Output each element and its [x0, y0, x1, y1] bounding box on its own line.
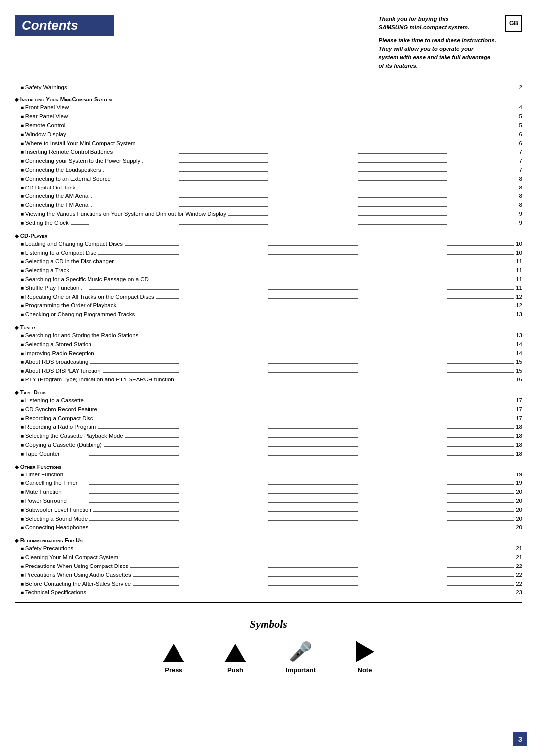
page-title: Contents [15, 15, 114, 36]
toc-dots [103, 171, 517, 172]
toc-page: 8 [519, 201, 522, 210]
toc-page: 6 [519, 139, 522, 148]
toc-page: 22 [516, 571, 522, 580]
toc-item-label: Window Display [21, 130, 66, 139]
toc-dots [228, 215, 517, 216]
toc-item-label: CD Digital Out Jack [21, 184, 75, 192]
toc-item-label: Power Surround [21, 497, 67, 506]
toc-dots [133, 585, 514, 586]
note-arrow-icon [356, 641, 374, 662]
toc-item-label: Remote Control [21, 121, 65, 130]
toc-item: Where to Install Your Mini-Compact Syste… [15, 139, 522, 148]
toc-item: Precautions When Using Audio Cassettes22 [15, 571, 522, 580]
toc-item: Connecting Headphones20 [15, 523, 522, 532]
toc-page: 18 [516, 441, 522, 450]
toc-dots [62, 455, 514, 456]
toc-item: Listening to a Compact Disc10 [15, 249, 522, 258]
push-arrow-icon [224, 644, 246, 662]
toc-dots [133, 576, 514, 577]
toc-dots [71, 224, 517, 225]
toc-item-label: About RDS broadcasting [21, 358, 88, 367]
toc-page: 13 [516, 310, 522, 319]
toc-item: Checking or Changing Programmed Tracks13 [15, 310, 522, 319]
press-arrow-icon [163, 644, 184, 662]
toc-dots [65, 476, 514, 476]
toc-item-label: Searching for a Specific Music Passage o… [21, 275, 149, 284]
toc-page: 6 [519, 130, 522, 139]
toc-item: Front Panel View4 [15, 103, 522, 112]
toc-item: Selecting a Sound Mode20 [15, 515, 522, 524]
important-label: Important [286, 666, 316, 674]
toc-item-label: Setting the Clock [21, 219, 69, 228]
toc-category: Tape Deck [15, 389, 522, 395]
toc-item: Recording a Compact Disc17 [15, 414, 522, 423]
toc-item-label: Selecting a CD in the Disc changer [21, 257, 114, 266]
toc-dots [140, 337, 514, 337]
toc-category: Other Functions [15, 464, 522, 470]
toc-page: 14 [516, 340, 522, 349]
toc-item-label: Listening to a Cassette [21, 396, 84, 405]
toc-dots [69, 502, 514, 503]
toc-category: Tuner [15, 324, 522, 330]
toc-item-label: Connecting your System to the Power Supp… [21, 157, 140, 166]
toc-item-label: Repeating One or All Tracks on the Compa… [21, 293, 154, 302]
thank-you-content: Thank you for buying this SAMSUNG mini-c… [379, 16, 470, 30]
toc-page: 5 [519, 121, 522, 130]
header-divider [15, 80, 522, 80]
toc-dots [138, 145, 517, 145]
toc-page: 10 [516, 240, 522, 249]
toc-dots [151, 281, 514, 281]
toc-dots [88, 594, 514, 594]
toc-page: 13 [516, 331, 522, 340]
toc-item: PTY (Program Type) indication and PTY-SE… [15, 376, 522, 384]
press-label: Press [165, 666, 182, 674]
toc-item-label: Improving Radio Reception [21, 349, 94, 358]
toc-item-label: Selecting a Track [21, 266, 69, 275]
toc-page: 4 [519, 103, 522, 112]
toc-page: 11 [516, 257, 522, 266]
note-label: Note [358, 666, 372, 674]
toc-page: 16 [516, 376, 522, 384]
toc-item-label: About RDS DISPLAY function [21, 367, 101, 376]
toc-dots [93, 511, 514, 512]
toc-dots [113, 180, 517, 181]
toc-item: Searching for a Specific Music Passage o… [15, 275, 522, 284]
toc-dots [116, 263, 514, 263]
toc-dots [81, 289, 514, 290]
toc-item-label: Connecting the FM Aerial [21, 201, 90, 210]
toc-page: 23 [516, 588, 522, 597]
toc-dots [115, 153, 517, 154]
toc-item: Listening to a Cassette17 [15, 396, 522, 405]
toc-dots [77, 189, 517, 189]
toc-item-label: Before Contacting the After-Sales Servic… [21, 580, 131, 589]
toc-dots [91, 197, 517, 198]
toc-page: 19 [516, 471, 522, 479]
toc-item: Timer Function19 [15, 471, 522, 479]
toc-section: Safety Warnings2Installing Your Mini-Com… [15, 83, 522, 598]
toc-item: Searching for and Storing the Radio Stat… [15, 331, 522, 340]
toc-item: Safety Precautions21 [15, 544, 522, 553]
toc-dots [130, 567, 514, 568]
toc-item-label: Viewing the Various Functions on Your Sy… [21, 210, 226, 219]
toc-page: 22 [516, 562, 522, 571]
toc-page: 11 [516, 266, 522, 275]
symbol-push: Push [224, 644, 246, 674]
toc-item: Repeating One or All Tracks on the Compa… [15, 293, 522, 302]
toc-item: Rear Panel View5 [15, 112, 522, 121]
toc-dots [90, 520, 514, 521]
toc-item: Mute Function20 [15, 488, 522, 497]
toc-item-label: Connecting the Loudspeakers [21, 166, 101, 175]
toc-page: 19 [516, 479, 522, 488]
symbols-title: Symbols [15, 618, 522, 631]
toc-item: Connecting your System to the Power Supp… [15, 157, 522, 166]
toc-item: Cleaning Your Mini-Compact System21 [15, 553, 522, 562]
toc-page: 12 [516, 301, 522, 310]
toc-page: 9 [519, 219, 522, 228]
toc-item-label: Selecting the Cassette Playback Mode [21, 432, 123, 441]
toc-page: 18 [516, 423, 522, 432]
page-number: 3 [513, 732, 527, 746]
header-right: Thank you for buying this SAMSUNG mini-c… [379, 15, 496, 71]
toc-item: Before Contacting the After-Sales Servic… [15, 580, 522, 589]
toc-page: 11 [516, 284, 522, 293]
toc-item: Inserting Remote Control Batteries7 [15, 148, 522, 157]
